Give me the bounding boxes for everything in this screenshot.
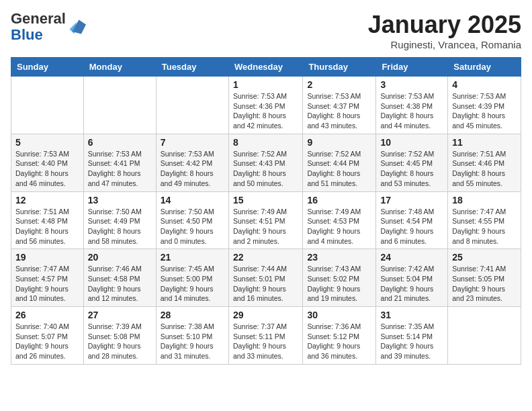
day-info: Sunrise: 7:42 AM Sunset: 5:04 PM Dayligh… <box>380 264 443 304</box>
day-number: 4 <box>452 79 517 90</box>
day-number: 28 <box>161 310 224 320</box>
weekday-header-row: SundayMondayTuesdayWednesdayThursdayFrid… <box>11 58 521 77</box>
calendar-cell: 17Sunrise: 7:48 AM Sunset: 4:54 PM Dayli… <box>376 191 448 249</box>
calendar-week-5: 26Sunrise: 7:40 AM Sunset: 5:07 PM Dayli… <box>11 307 521 365</box>
day-info: Sunrise: 7:47 AM Sunset: 4:57 PM Dayligh… <box>15 264 79 304</box>
calendar-table: SundayMondayTuesdayWednesdayThursdayFrid… <box>11 57 521 365</box>
weekday-header-saturday: Saturday <box>448 58 521 77</box>
day-info: Sunrise: 7:53 AM Sunset: 4:39 PM Dayligh… <box>452 91 517 131</box>
calendar-cell <box>83 77 156 134</box>
day-number: 11 <box>452 137 517 148</box>
day-info: Sunrise: 7:50 AM Sunset: 4:50 PM Dayligh… <box>161 207 224 246</box>
logo-icon <box>67 17 86 36</box>
day-number: 25 <box>452 252 517 263</box>
calendar-week-4: 19Sunrise: 7:47 AM Sunset: 4:57 PM Dayli… <box>11 249 521 307</box>
day-number: 17 <box>380 195 443 205</box>
calendar-cell: 29Sunrise: 7:37 AM Sunset: 5:11 PM Dayli… <box>228 307 302 365</box>
day-info: Sunrise: 7:38 AM Sunset: 5:10 PM Dayligh… <box>161 322 224 361</box>
day-info: Sunrise: 7:52 AM Sunset: 4:44 PM Dayligh… <box>307 149 371 189</box>
day-number: 12 <box>15 195 79 205</box>
day-info: Sunrise: 7:49 AM Sunset: 4:53 PM Dayligh… <box>307 207 371 246</box>
day-number: 3 <box>380 79 443 90</box>
day-info: Sunrise: 7:53 AM Sunset: 4:38 PM Dayligh… <box>380 91 443 131</box>
logo-general-text: General <box>11 10 66 27</box>
day-info: Sunrise: 7:53 AM Sunset: 4:37 PM Dayligh… <box>307 91 371 131</box>
day-info: Sunrise: 7:45 AM Sunset: 5:00 PM Dayligh… <box>161 264 224 304</box>
calendar-cell: 21Sunrise: 7:45 AM Sunset: 5:00 PM Dayli… <box>156 249 228 307</box>
page-header: General Blue January 2025 Ruginesti, Vra… <box>11 11 521 50</box>
logo: General Blue <box>11 11 86 43</box>
calendar-cell: 7Sunrise: 7:53 AM Sunset: 4:42 PM Daylig… <box>156 134 228 191</box>
weekday-header-sunday: Sunday <box>11 58 84 77</box>
calendar-cell: 25Sunrise: 7:41 AM Sunset: 5:05 PM Dayli… <box>448 249 521 307</box>
calendar-cell: 26Sunrise: 7:40 AM Sunset: 5:07 PM Dayli… <box>11 307 84 365</box>
day-info: Sunrise: 7:40 AM Sunset: 5:07 PM Dayligh… <box>15 322 79 361</box>
day-number: 7 <box>161 137 224 148</box>
calendar-cell <box>448 307 521 365</box>
calendar-cell: 24Sunrise: 7:42 AM Sunset: 5:04 PM Dayli… <box>376 249 448 307</box>
day-number: 14 <box>161 195 224 205</box>
day-number: 1 <box>233 79 298 90</box>
calendar-cell: 30Sunrise: 7:36 AM Sunset: 5:12 PM Dayli… <box>303 307 376 365</box>
day-info: Sunrise: 7:41 AM Sunset: 5:05 PM Dayligh… <box>452 264 517 304</box>
day-info: Sunrise: 7:48 AM Sunset: 4:54 PM Dayligh… <box>380 207 443 246</box>
calendar-cell <box>156 77 228 134</box>
calendar-cell: 13Sunrise: 7:50 AM Sunset: 4:49 PM Dayli… <box>83 191 156 249</box>
calendar-week-3: 12Sunrise: 7:51 AM Sunset: 4:48 PM Dayli… <box>11 191 521 249</box>
calendar-cell: 27Sunrise: 7:39 AM Sunset: 5:08 PM Dayli… <box>83 307 156 365</box>
day-number: 22 <box>233 252 298 263</box>
day-number: 31 <box>380 310 443 320</box>
day-info: Sunrise: 7:53 AM Sunset: 4:36 PM Dayligh… <box>233 91 298 131</box>
calendar-cell: 20Sunrise: 7:46 AM Sunset: 4:58 PM Dayli… <box>83 249 156 307</box>
day-number: 21 <box>161 252 224 263</box>
day-info: Sunrise: 7:43 AM Sunset: 5:02 PM Dayligh… <box>307 264 371 304</box>
day-number: 19 <box>15 252 79 263</box>
day-number: 10 <box>380 137 443 148</box>
day-number: 13 <box>88 195 152 205</box>
day-info: Sunrise: 7:49 AM Sunset: 4:51 PM Dayligh… <box>233 207 298 246</box>
day-number: 16 <box>307 195 371 205</box>
calendar-cell: 23Sunrise: 7:43 AM Sunset: 5:02 PM Dayli… <box>303 249 376 307</box>
day-info: Sunrise: 7:52 AM Sunset: 4:45 PM Dayligh… <box>380 149 443 189</box>
month-title: January 2025 <box>368 11 521 39</box>
calendar-cell: 11Sunrise: 7:51 AM Sunset: 4:46 PM Dayli… <box>448 134 521 191</box>
day-info: Sunrise: 7:51 AM Sunset: 4:48 PM Dayligh… <box>15 207 79 246</box>
calendar-cell: 14Sunrise: 7:50 AM Sunset: 4:50 PM Dayli… <box>156 191 228 249</box>
day-info: Sunrise: 7:39 AM Sunset: 5:08 PM Dayligh… <box>88 322 152 361</box>
calendar-cell: 9Sunrise: 7:52 AM Sunset: 4:44 PM Daylig… <box>303 134 376 191</box>
calendar-cell: 6Sunrise: 7:53 AM Sunset: 4:41 PM Daylig… <box>83 134 156 191</box>
day-number: 24 <box>380 252 443 263</box>
calendar-cell: 15Sunrise: 7:49 AM Sunset: 4:51 PM Dayli… <box>228 191 302 249</box>
calendar-cell: 3Sunrise: 7:53 AM Sunset: 4:38 PM Daylig… <box>376 77 448 134</box>
weekday-header-friday: Friday <box>376 58 448 77</box>
location: Ruginesti, Vrancea, Romania <box>368 39 521 50</box>
calendar-cell: 12Sunrise: 7:51 AM Sunset: 4:48 PM Dayli… <box>11 191 84 249</box>
calendar-cell <box>11 77 84 134</box>
day-number: 2 <box>307 79 371 90</box>
day-info: Sunrise: 7:47 AM Sunset: 4:55 PM Dayligh… <box>452 207 517 246</box>
day-number: 26 <box>15 310 79 320</box>
title-block: January 2025 Ruginesti, Vrancea, Romania <box>368 11 521 50</box>
calendar-cell: 22Sunrise: 7:44 AM Sunset: 5:01 PM Dayli… <box>228 249 302 307</box>
calendar-week-2: 5Sunrise: 7:53 AM Sunset: 4:40 PM Daylig… <box>11 134 521 191</box>
day-info: Sunrise: 7:37 AM Sunset: 5:11 PM Dayligh… <box>233 322 298 361</box>
calendar-cell: 4Sunrise: 7:53 AM Sunset: 4:39 PM Daylig… <box>448 77 521 134</box>
day-info: Sunrise: 7:46 AM Sunset: 4:58 PM Dayligh… <box>88 264 152 304</box>
weekday-header-tuesday: Tuesday <box>156 58 228 77</box>
calendar-cell: 8Sunrise: 7:52 AM Sunset: 4:43 PM Daylig… <box>228 134 302 191</box>
day-info: Sunrise: 7:53 AM Sunset: 4:41 PM Dayligh… <box>88 149 152 189</box>
day-number: 29 <box>233 310 298 320</box>
day-number: 8 <box>233 137 298 148</box>
logo-blue-text: Blue <box>11 26 43 43</box>
day-info: Sunrise: 7:35 AM Sunset: 5:14 PM Dayligh… <box>380 322 443 361</box>
calendar-cell: 10Sunrise: 7:52 AM Sunset: 4:45 PM Dayli… <box>376 134 448 191</box>
day-info: Sunrise: 7:51 AM Sunset: 4:46 PM Dayligh… <box>452 149 517 189</box>
day-number: 9 <box>307 137 371 148</box>
calendar-cell: 1Sunrise: 7:53 AM Sunset: 4:36 PM Daylig… <box>228 77 302 134</box>
day-info: Sunrise: 7:53 AM Sunset: 4:40 PM Dayligh… <box>15 149 79 189</box>
day-info: Sunrise: 7:36 AM Sunset: 5:12 PM Dayligh… <box>307 322 371 361</box>
day-number: 23 <box>307 252 371 263</box>
calendar-cell: 18Sunrise: 7:47 AM Sunset: 4:55 PM Dayli… <box>448 191 521 249</box>
calendar-cell: 2Sunrise: 7:53 AM Sunset: 4:37 PM Daylig… <box>303 77 376 134</box>
calendar-cell: 16Sunrise: 7:49 AM Sunset: 4:53 PM Dayli… <box>303 191 376 249</box>
